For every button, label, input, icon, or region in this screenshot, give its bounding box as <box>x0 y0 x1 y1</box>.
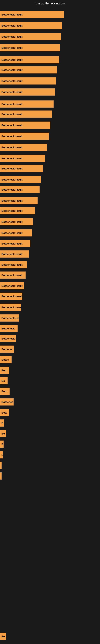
bar-item: Bottleneck result <box>0 132 49 140</box>
bar-label: Bottleneck <box>1 327 15 330</box>
bar-label: Bo <box>1 635 5 638</box>
bar-item: Bottleneck result <box>0 197 38 204</box>
bar-item: Bottleneck result <box>0 292 22 300</box>
bar-item <box>0 472 1 480</box>
bar-label: Bottleneck result <box>1 103 22 106</box>
bar-item: Bottleneck result <box>0 44 60 51</box>
bar-item: Bottleneck result <box>0 88 55 96</box>
bar-label: B <box>1 422 3 425</box>
bar-label: Bottleneck result <box>1 113 22 116</box>
bar-label: Bott <box>1 369 7 372</box>
bar-item: Bottleneck result <box>0 33 61 40</box>
site-title: TheBottlenecker.com <box>0 0 100 7</box>
bar-label: Bottleneck result <box>1 232 22 234</box>
bar-label: Bottleneck result <box>1 220 22 224</box>
bar-item: Bottleneck result <box>0 229 32 236</box>
bar-item: Bottleneck result <box>0 304 21 311</box>
bar-label: Bottleneck result <box>1 124 22 127</box>
bar-item: Bottleneck result <box>0 66 57 74</box>
bar-label: Bottlenec <box>1 348 13 351</box>
bar-label: B <box>1 454 3 456</box>
bar-item: Bottleneck result <box>0 122 50 129</box>
bar-label: Bottleneck result <box>1 80 22 82</box>
bar-item: Bottleneck result <box>0 261 27 268</box>
bar-item: Bo <box>0 377 8 384</box>
bar-label: Bottl <box>1 390 7 393</box>
bar-item: Bottleneck result <box>0 218 33 226</box>
bar-label: Bott <box>1 411 7 414</box>
bar-item: Bottleneck result <box>0 110 52 118</box>
bar-item: Bottleneck result <box>0 100 53 108</box>
bar-item: B <box>0 440 3 448</box>
bar-item: Bottl <box>0 388 10 395</box>
bar-label: Bottleneck result <box>1 274 22 277</box>
bar-label: Bottleneck result <box>1 284 22 288</box>
bar-item: Bottlenec <box>0 346 14 353</box>
bar-item: Bo <box>0 633 6 640</box>
bar-label: Bottleneck result <box>1 167 22 170</box>
bar-item: Bottleneck result <box>0 207 35 214</box>
bar-item: Bo <box>0 430 6 437</box>
bar-item: Bott <box>0 409 9 416</box>
bar-label: Bottleneck result <box>1 178 22 181</box>
bar-label: Bottleneck result <box>1 209 22 212</box>
bar-label: Bottleneck result <box>1 135 22 138</box>
bar-label: Bottleneck result <box>1 157 22 160</box>
bar-label: Bottleneck result <box>1 242 22 245</box>
bar-item: B <box>0 451 3 458</box>
bar-item: Bottleneck <box>0 325 18 332</box>
bar-label: Bottleneck result <box>1 337 16 340</box>
bar-label: Bottleneck result <box>1 306 21 309</box>
bar-item: Bottleneck result <box>0 282 24 290</box>
bar-label: Bottleneck result <box>1 68 22 72</box>
bar-item: B <box>0 420 4 427</box>
bar-item: Bottleneck result <box>0 155 45 162</box>
bar-item: Bottleneck result <box>0 240 30 247</box>
bar-label: Bottleneck result <box>1 35 22 38</box>
bar-label: Bottle <box>1 358 9 361</box>
bar-label: Bottleneck result <box>1 199 22 202</box>
bar-item: Bottleneck result <box>0 335 16 342</box>
bar-item: Bottleneck result <box>0 314 19 322</box>
bar-item: Bottleneck result <box>0 11 64 18</box>
bar-item: Bottlenec <box>0 398 14 406</box>
bar-label: Bottleneck result <box>1 188 22 191</box>
bar-label: Bottleneck result <box>1 90 22 94</box>
bar-label: Bottleneck result <box>1 263 22 266</box>
bar-item: Bottleneck result <box>0 22 62 29</box>
bar-label: Bottleneck result <box>1 316 19 320</box>
bar-label: Bottleneck result <box>1 13 22 16</box>
bar-item <box>0 462 1 469</box>
bar-item: Bottleneck result <box>0 77 56 84</box>
bar-item: Bottleneck result <box>0 250 29 258</box>
bar-item: Bottleneck result <box>0 144 47 151</box>
bar-label: Bottleneck result <box>1 252 22 256</box>
bar-label: Bottlenec <box>1 400 13 404</box>
bar-label: Bo <box>1 379 5 382</box>
bar-label: Bo <box>1 432 5 435</box>
bar-label: Bottleneck result <box>1 46 22 49</box>
chart-container: Bottleneck resultBottleneck resultBottle… <box>0 7 100 641</box>
bar-item: Bottleneck result <box>0 56 59 64</box>
bar-label: Bottleneck result <box>1 146 22 149</box>
bar-item: Bottleneck result <box>0 165 43 172</box>
bar-item: Bottleneck result <box>0 272 26 279</box>
bar-item: Bottleneck result <box>0 186 40 193</box>
bar-label: Bottleneck result <box>1 58 22 62</box>
bar-item: Bottleneck result <box>0 176 41 183</box>
bar-item: Bott <box>0 367 9 374</box>
bar-label: Bottleneck result <box>1 24 22 27</box>
bar-item: Bottle <box>0 356 12 363</box>
bar-label: Bottleneck result <box>1 295 22 298</box>
bar-label: B <box>1 443 3 446</box>
